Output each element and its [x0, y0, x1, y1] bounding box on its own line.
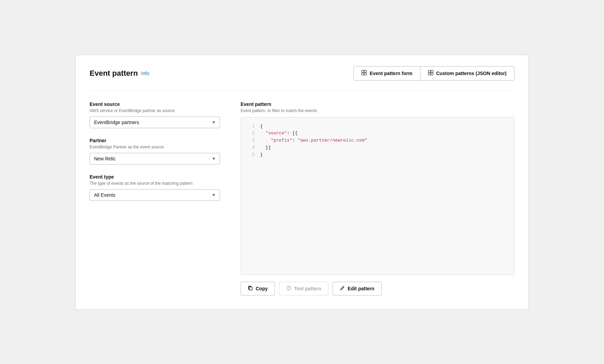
partner-label: Partner: [90, 138, 220, 143]
partner-section: Partner EventBridge Partner as the event…: [90, 138, 220, 165]
partner-description: EventBridge Partner as the event source: [90, 145, 220, 149]
test-icon: [286, 286, 291, 292]
edit-pattern-button[interactable]: Edit pattern: [333, 282, 382, 295]
page-title: Event pattern: [90, 69, 138, 78]
info-link[interactable]: Info: [141, 71, 149, 76]
line-number-1: 1: [246, 123, 255, 130]
line-number-3: 3: [246, 137, 255, 144]
line-number-5: 5: [246, 152, 255, 158]
code-line-5: 5 }: [241, 151, 514, 159]
code-line-3: 3 "prefix": "aws.partner/newrelic.com": [241, 137, 514, 144]
code-line-4: 4 }]: [241, 144, 514, 151]
partner-select-wrapper: New Relic Datadog PagerDuty ▼: [90, 153, 220, 165]
event-source-section: Event source AWS service or EventBridge …: [90, 101, 220, 128]
svg-rect-5: [431, 70, 433, 72]
test-label: Test pattern: [294, 286, 321, 291]
code-line-2: 2 "source": [{: [241, 130, 514, 137]
pattern-title: Event pattern: [241, 101, 514, 107]
event-type-select-wrapper: All Events Specific Events ▼: [90, 189, 220, 201]
tab-event-pattern-form[interactable]: Event pattern form: [354, 66, 420, 80]
copy-button[interactable]: Copy: [241, 282, 275, 295]
right-column: Event pattern Event pattern, or filter t…: [241, 101, 514, 295]
event-source-description: AWS service or EventBridge partner as so…: [90, 108, 220, 113]
event-type-label: Event type: [90, 174, 220, 180]
json-tab-icon: [428, 70, 433, 77]
line-number-2: 2: [246, 130, 255, 137]
test-pattern-button[interactable]: Test pattern: [279, 282, 328, 295]
line-number-4: 4: [246, 145, 255, 151]
left-column: Event source AWS service or EventBridge …: [90, 101, 220, 295]
form-tab-label: Event pattern form: [370, 71, 412, 76]
copy-icon: [248, 286, 253, 292]
card-header: Event pattern Info Event pattern form: [90, 66, 514, 81]
event-pattern-card: Event pattern Info Event pattern form: [76, 55, 528, 310]
pattern-description: Event pattern, or filter to match the ev…: [241, 108, 514, 113]
tab-group: Event pattern form Custom patterns (JSON…: [353, 66, 514, 81]
event-type-section: Event type The type of events as the sou…: [90, 174, 220, 201]
header-divider: [90, 90, 514, 90]
action-bar: Copy Test pattern: [241, 282, 514, 295]
svg-rect-4: [428, 70, 430, 72]
svg-rect-2: [362, 73, 364, 75]
partner-select[interactable]: New Relic Datadog PagerDuty: [90, 153, 220, 165]
svg-rect-8: [249, 287, 252, 290]
code-line-1: 1 {: [241, 123, 514, 130]
svg-rect-3: [364, 73, 367, 75]
content-area: Event source AWS service or EventBridge …: [90, 101, 514, 295]
event-source-label: Event source: [90, 101, 220, 107]
code-editor: 1 { 2 "source": [{ 3 "prefix": "aws.part…: [241, 117, 514, 275]
svg-rect-0: [362, 70, 364, 72]
svg-rect-1: [364, 70, 367, 72]
tab-custom-patterns[interactable]: Custom patterns (JSON editor): [420, 66, 514, 80]
event-type-select[interactable]: All Events Specific Events: [90, 189, 220, 201]
event-source-select[interactable]: EventBridge partners AWS services: [90, 117, 220, 128]
svg-rect-6: [428, 73, 430, 75]
edit-icon: [340, 286, 345, 292]
json-tab-label: Custom patterns (JSON editor): [436, 71, 507, 76]
event-source-select-wrapper: EventBridge partners AWS services ▼: [90, 117, 220, 128]
svg-rect-7: [431, 73, 433, 75]
event-type-description: The type of events as the source of the …: [90, 181, 220, 186]
form-tab-icon: [361, 70, 367, 77]
title-group: Event pattern Info: [90, 69, 149, 78]
edit-label: Edit pattern: [348, 286, 374, 291]
copy-label: Copy: [256, 286, 268, 291]
